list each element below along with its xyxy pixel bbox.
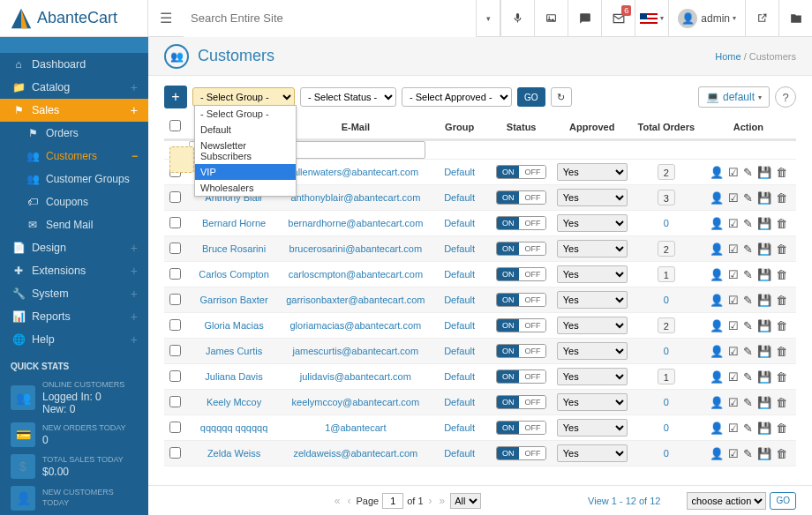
delete-icon[interactable]: 🗑 <box>776 166 787 179</box>
save-icon[interactable]: 💾 <box>757 422 771 435</box>
sidebar-item-help[interactable]: 🌐Help+ <box>0 328 148 351</box>
row-checkbox[interactable] <box>169 294 181 305</box>
user-icon[interactable]: 👤 <box>710 345 724 358</box>
approve-icon[interactable]: ☑ <box>728 370 739 384</box>
pager-perpage[interactable]: All <box>450 493 481 509</box>
add-button[interactable]: + <box>164 86 187 108</box>
edit-icon[interactable]: ✎ <box>743 319 753 332</box>
pager-page-input[interactable] <box>382 493 403 509</box>
row-checkbox[interactable] <box>169 396 181 407</box>
user-icon[interactable]: 👤 <box>710 294 724 307</box>
row-checkbox[interactable] <box>169 345 181 356</box>
edit-icon[interactable]: ✎ <box>743 268 753 281</box>
customer-name-link[interactable]: Carlos Compton <box>199 269 268 280</box>
orders-cell[interactable]: 0 <box>632 287 701 313</box>
approved-select[interactable]: Yes <box>557 163 628 181</box>
customer-group-link[interactable]: Default <box>444 269 475 280</box>
orders-cell[interactable]: 0 <box>632 211 701 236</box>
approved-select[interactable]: Yes <box>557 393 628 411</box>
orders-cell[interactable]: 2 <box>632 313 701 339</box>
customer-name-link[interactable]: Bernard Horne <box>202 218 266 228</box>
edit-icon[interactable]: ✎ <box>743 370 753 384</box>
orders-cell[interactable]: 0 <box>632 390 701 415</box>
delete-icon[interactable]: 🗑 <box>776 268 787 281</box>
sidebar-item-customer-groups[interactable]: 👥Customer Groups <box>0 168 148 190</box>
group-opt-1[interactable]: Default <box>195 122 296 138</box>
folder-icon[interactable] <box>778 0 812 37</box>
search-dropdown-toggle[interactable]: ▾ <box>476 0 500 37</box>
user-icon[interactable]: 👤 <box>710 422 724 435</box>
row-checkbox[interactable] <box>169 191 181 203</box>
logo[interactable]: AbanteCart <box>0 0 148 37</box>
customer-group-link[interactable]: Default <box>444 320 475 331</box>
customer-name-link[interactable]: Gloria Macias <box>204 320 263 331</box>
user-icon[interactable]: 👤 <box>710 447 724 460</box>
approve-icon[interactable]: ☑ <box>728 396 739 409</box>
group-opt-4[interactable]: Wholesalers <box>195 180 296 196</box>
row-checkbox[interactable] <box>169 447 181 459</box>
orders-cell[interactable]: 3 <box>632 185 701 211</box>
approve-icon[interactable]: ☑ <box>728 319 739 332</box>
status-toggle[interactable]: ONOFF <box>496 369 547 384</box>
orders-cell[interactable]: 1 <box>632 364 701 390</box>
help-button[interactable]: ? <box>775 86 796 108</box>
save-icon[interactable]: 💾 <box>757 319 771 332</box>
user-menu[interactable]: 👤admin▾ <box>668 0 745 37</box>
approve-icon[interactable]: ☑ <box>728 294 739 307</box>
approve-icon[interactable]: ☑ <box>728 243 739 256</box>
status-toggle[interactable]: ONOFF <box>496 395 547 409</box>
status-toggle[interactable]: ONOFF <box>496 293 547 307</box>
row-checkbox[interactable] <box>169 217 181 228</box>
customer-name-link[interactable]: Juliana Davis <box>205 371 262 382</box>
customer-group-link[interactable]: Default <box>444 371 475 382</box>
customer-group-link[interactable]: Default <box>444 243 475 254</box>
pager-last[interactable]: » <box>438 495 447 507</box>
save-icon[interactable]: 💾 <box>757 268 771 281</box>
sidebar-item-catalog[interactable]: 📁Catalog+ <box>0 76 148 99</box>
edit-icon[interactable]: ✎ <box>743 166 753 179</box>
group-opt-0[interactable]: - Select Group - <box>195 106 296 122</box>
language-flag[interactable]: ▾ <box>635 0 668 37</box>
go-button[interactable]: GO <box>517 87 545 107</box>
edit-icon[interactable]: ✎ <box>743 396 753 409</box>
pager-prev[interactable]: ‹ <box>346 495 353 507</box>
sidebar-item-system[interactable]: 🔧System+ <box>0 282 148 305</box>
save-icon[interactable]: 💾 <box>757 396 771 409</box>
orders-cell[interactable]: 0 <box>632 441 701 466</box>
customer-name-link[interactable]: Garrison Baxter <box>200 295 268 305</box>
status-toggle[interactable]: ONOFF <box>496 318 547 332</box>
delete-icon[interactable]: 🗑 <box>776 319 787 332</box>
sidebar-item-coupons[interactable]: 🏷Coupons <box>0 190 148 213</box>
sidebar-item-orders[interactable]: ⚑Orders <box>0 122 148 145</box>
customer-name-link[interactable]: Keely Mccoy <box>207 397 261 407</box>
user-icon[interactable]: 👤 <box>710 217 724 230</box>
customer-group-link[interactable]: Default <box>444 192 475 203</box>
delete-icon[interactable]: 🗑 <box>776 243 787 256</box>
save-icon[interactable]: 💾 <box>757 166 771 179</box>
edit-icon[interactable]: ✎ <box>743 243 753 256</box>
sidebar-item-customers[interactable]: 👥Customers− <box>0 145 148 168</box>
row-checkbox[interactable] <box>169 319 181 331</box>
filter-email[interactable] <box>286 141 425 159</box>
sidebar-item-reports[interactable]: 📊Reports+ <box>0 305 148 328</box>
save-icon[interactable]: 💾 <box>757 217 771 230</box>
menu-toggle-icon[interactable]: ☰ <box>148 10 184 26</box>
delete-icon[interactable]: 🗑 <box>776 370 787 384</box>
approved-select[interactable]: Yes <box>557 189 628 206</box>
edit-icon[interactable]: ✎ <box>743 294 753 307</box>
approved-select[interactable]: - Select Approved - <box>402 87 512 107</box>
delete-icon[interactable]: 🗑 <box>776 422 787 435</box>
user-icon[interactable]: 👤 <box>710 166 724 179</box>
approve-icon[interactable]: ☑ <box>728 422 739 435</box>
sidebar-item-dashboard[interactable]: ⌂Dashboard <box>0 53 148 76</box>
approved-select[interactable]: Yes <box>557 265 628 283</box>
orders-cell[interactable]: 0 <box>632 339 701 364</box>
customer-name-link[interactable]: Zelda Weiss <box>207 448 260 459</box>
approve-icon[interactable]: ☑ <box>728 191 739 205</box>
approve-icon[interactable]: ☑ <box>728 268 739 281</box>
bulk-go-button[interactable]: GO <box>770 492 796 510</box>
row-checkbox[interactable] <box>169 268 181 280</box>
approved-select[interactable]: Yes <box>557 342 628 360</box>
user-icon[interactable]: 👤 <box>710 191 724 205</box>
orders-cell[interactable]: 2 <box>632 236 701 262</box>
